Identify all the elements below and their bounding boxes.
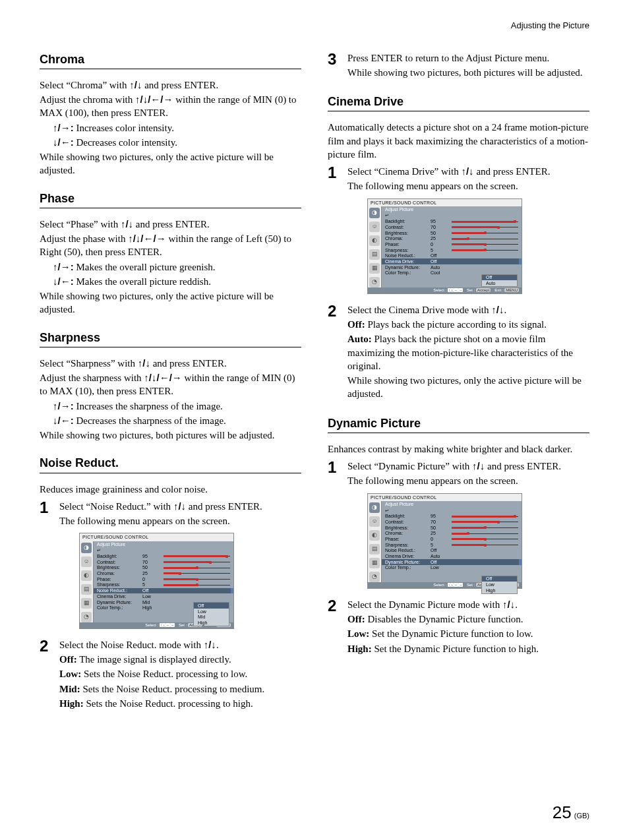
upright-icon: ↑/→: (53, 261, 74, 272)
dynamic-heading: Dynamic Picture (328, 415, 589, 433)
step-number-1: 1 (40, 500, 53, 516)
upright-icon: ↑/→: (53, 400, 74, 411)
noise-high: High: Sets the Noise Reduct. processing … (59, 697, 301, 710)
phase-increase: ↑/→: Makes the overall picture greenish. (40, 260, 301, 274)
menu-slider-row: Chroma:25 (94, 571, 233, 577)
tab-icon: ◑ (81, 543, 92, 553)
dynamic-step1b: The following menu appears on the screen… (347, 474, 589, 487)
tab-icon: ▤ (81, 584, 92, 595)
downleft-icon: ↓/←: (53, 136, 74, 148)
menu-row-noise: Noise Reduct.:Off (382, 253, 522, 259)
menu-row-dynamic: Dynamic Picture:Auto (382, 264, 522, 270)
step-number-1: 1 (328, 460, 341, 475)
step3-b: While showing two pictures, both picture… (347, 66, 589, 79)
menu-body-header: Adjust Picture (382, 501, 522, 508)
noise-step1b: The following menu appears on the screen… (59, 514, 301, 527)
noise-low: Low: Sets the Noise Reduct. processing t… (59, 667, 301, 680)
step-number-2: 2 (40, 638, 53, 654)
menu-slider-row: Backlight:95 (382, 514, 522, 520)
step-number-1: 1 (328, 165, 341, 181)
noise-heading: Noise Reduct. (40, 455, 301, 473)
menu-return: ↵ (382, 508, 522, 514)
submenu-popup-cinema: Off Auto (481, 274, 518, 287)
tab-icon: ◐ (369, 530, 380, 541)
cinema-step2: Select the Cinema Drive mode with ↑/↓. (347, 303, 589, 316)
downleft-icon: ↓/←: (53, 276, 74, 287)
updown-icon: ↑/↓ (502, 599, 515, 610)
cinema-off: Off: Plays back the picture according to… (347, 318, 589, 331)
tab-icon: ▤ (369, 544, 380, 555)
all-arrows-icon: ↑/↓/←/→ (128, 233, 166, 244)
menu-slider-row: Chroma:25 (382, 236, 522, 242)
tab-icon: ▤ (369, 249, 380, 260)
tab-icon: ◑ (369, 208, 380, 218)
chroma-line-1: Select “Chroma” with ↑/↓ and press ENTER… (40, 78, 301, 92)
updown-icon: ↑/↓ (138, 357, 150, 369)
tab-icon: ☺ (369, 222, 380, 232)
tab-icon: ▦ (81, 598, 92, 609)
dynamic-step2: Select the Dynamic Picture mode with ↑/↓… (347, 598, 589, 611)
chroma-increase: ↑/→: Increases color intensity. (40, 121, 301, 135)
sharp-note: While showing two pictures, both picture… (40, 429, 301, 442)
step3-a: Press ENTER to return to the Adjust Pict… (347, 51, 589, 65)
sharp-line-1: Select “Sharpness” with ↑/↓ and press EN… (40, 357, 301, 370)
all-arrows-icon: ↑/↓/←/→ (135, 94, 173, 105)
menu-body-header: Adjust Picture (382, 206, 522, 213)
menu-title: PICTURE/SOUND CONTROL (368, 199, 522, 207)
cinema-note: While showing two pictures, only the act… (347, 374, 589, 401)
page-header-section: Adjusting the Picture (40, 20, 589, 32)
chroma-heading: Chroma (40, 51, 301, 69)
submenu-popup-noise: Off Low Mid High (193, 602, 229, 626)
menu-slider-row: Sharpness:5 (382, 542, 522, 548)
sharpness-heading: Sharpness (40, 330, 301, 347)
chroma-decrease: ↓/←: Decreases color intensity. (40, 136, 301, 149)
cinema-heading: Cinema Drive (328, 94, 589, 111)
menu-screenshot-cinema: PICTURE/SOUND CONTROL ◑ ☺ ◐ ▤ ▦ ◔ Adjust… (367, 198, 522, 294)
tab-icon: ◔ (369, 572, 380, 582)
menu-title: PICTURE/SOUND CONTROL (80, 533, 233, 541)
updown-icon: ↑/↓ (491, 304, 504, 315)
menu-slider-row: Backlight:95 (382, 219, 522, 225)
tab-icon: ◐ (369, 235, 380, 246)
menu-slider-row: Brightness:50 (382, 230, 522, 236)
step-number-3: 3 (328, 51, 341, 67)
menu-row-cinema: Cinema Drive:Auto (382, 554, 522, 560)
tab-icon: ◔ (81, 612, 92, 622)
updown-icon: ↑/↓ (204, 639, 216, 650)
menu-slider-row: Backlight:95 (94, 554, 233, 560)
updown-icon: ↑/↓ (461, 165, 473, 177)
menu-tab-column: ◑ ☺ ◐ ▤ ▦ ◔ (368, 206, 381, 287)
dynamic-low: Low: Set the Dynamic Picture function to… (347, 627, 589, 640)
menu-slider-row: Brightness:50 (94, 565, 233, 571)
menu-row-cinema: Cinema Drive:Off (382, 258, 522, 264)
all-arrows-icon: ↑/↓/←/→ (144, 372, 182, 383)
menu-title: PICTURE/SOUND CONTROL (368, 494, 522, 502)
menu-slider-row: Contrast:70 (382, 224, 522, 230)
menu-row-noise: Noise Reduct.:Off (382, 548, 522, 554)
tab-icon: ▦ (369, 558, 380, 568)
upright-icon: ↑/→: (53, 122, 74, 133)
menu-slider-row: Contrast:70 (382, 519, 522, 525)
menu-tab-column: ◑ ☺ ◐ ▤ ▦ ◔ (368, 501, 381, 582)
menu-screenshot-dynamic: PICTURE/SOUND CONTROL ◑ ☺ ◐ ▤ ▦ ◔ Adjust… (367, 493, 522, 589)
tab-icon: ◐ (81, 570, 92, 581)
downleft-icon: ↓/←: (53, 415, 74, 426)
tab-icon: ☺ (81, 556, 92, 567)
updown-icon: ↑/↓ (173, 500, 186, 512)
noise-off: Off: The image signal is displayed direc… (59, 653, 301, 666)
menu-body-header: Adjust Picture (94, 541, 233, 548)
tab-icon: ▦ (369, 263, 380, 274)
sharp-increase: ↑/→: Increases the sharpness of the imag… (40, 400, 301, 413)
cinema-step1: Select “Cinema Drive” with ↑/↓ and press… (347, 165, 589, 178)
sharp-decrease: ↓/←: Decreases the sharpness of the imag… (40, 414, 301, 427)
tab-icon: ☺ (369, 516, 380, 527)
updown-icon: ↑/↓ (121, 218, 133, 229)
menu-footer: Select : ↑↓←→ Set : Accept Exit : MENU (368, 287, 522, 293)
page-number: 25 (553, 802, 572, 822)
dynamic-high: High: Set the Dynamic Picture function t… (347, 642, 589, 655)
phase-line-1: Select “Phase” with ↑/↓ and press ENTER. (40, 218, 301, 231)
chroma-line-2: Adjust the chroma with ↑/↓/←/→ within th… (40, 93, 301, 120)
phase-heading: Phase (40, 191, 301, 208)
noise-intro: Reduces image graininess and color noise… (40, 483, 301, 496)
menu-row-noise: Noise Reduct.:Off (94, 588, 233, 594)
